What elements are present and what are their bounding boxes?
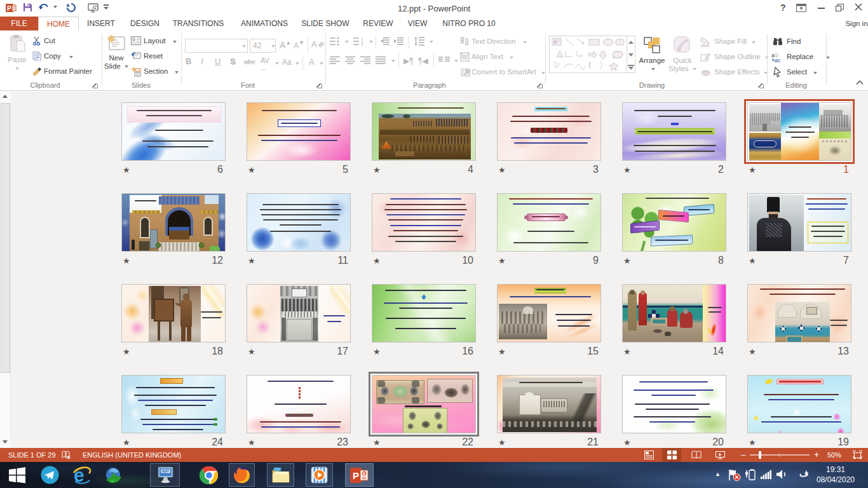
svg-text:P: P [353, 470, 359, 481]
svg-text:ac: ac [775, 57, 781, 63]
svg-text:3: 3 [361, 43, 363, 46]
svg-text:A: A [553, 39, 557, 44]
